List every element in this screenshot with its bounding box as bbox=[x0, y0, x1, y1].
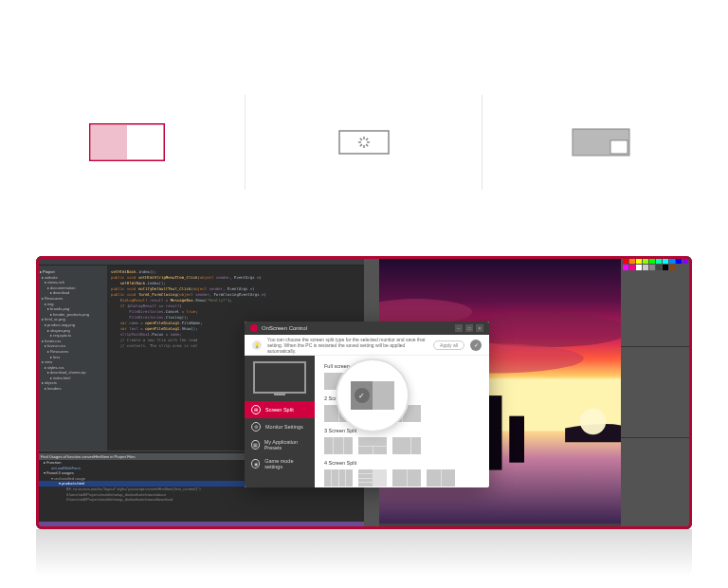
pip-icon bbox=[563, 123, 639, 161]
dialog-title: OnScreen Control bbox=[262, 325, 307, 331]
swatch[interactable] bbox=[649, 258, 655, 264]
svg-rect-12 bbox=[610, 140, 628, 154]
split-4d[interactable] bbox=[427, 469, 455, 487]
sidebar-icon: ⚙ bbox=[251, 422, 261, 432]
swatch[interactable] bbox=[656, 258, 662, 264]
sidebar-icon: ⊞ bbox=[251, 405, 261, 414]
swatch[interactable] bbox=[669, 258, 675, 264]
dialog-description: You can choose the screen split type for… bbox=[267, 337, 428, 354]
swatch[interactable] bbox=[676, 258, 682, 264]
section-3split: 3 Screen Split bbox=[324, 428, 480, 433]
panels[interactable] bbox=[621, 256, 692, 529]
sidebar-item-label: My Application Presets bbox=[264, 439, 308, 450]
split-3a[interactable] bbox=[324, 437, 353, 454]
feature-tabs bbox=[0, 90, 728, 194]
swatch[interactable] bbox=[643, 258, 648, 264]
sidebar-item-my-application-presets[interactable]: ▦My Application Presets bbox=[245, 435, 315, 454]
magnified-split: ✓ bbox=[351, 381, 394, 410]
sidebar-icon: ▦ bbox=[251, 440, 260, 450]
svg-line-8 bbox=[360, 144, 362, 146]
swatch[interactable] bbox=[636, 265, 642, 270]
svg-rect-2 bbox=[339, 131, 389, 154]
color-swatches[interactable] bbox=[623, 258, 690, 270]
project-tree[interactable]: ▸ Project▸ website▸ views-rich▸ document… bbox=[36, 266, 107, 450]
loading-icon bbox=[326, 123, 402, 161]
swatch[interactable] bbox=[649, 265, 655, 270]
swatch[interactable] bbox=[629, 258, 635, 264]
layers-panel[interactable] bbox=[621, 347, 692, 438]
split-3b[interactable] bbox=[358, 437, 387, 454]
svg-rect-1 bbox=[91, 125, 127, 159]
monitor-icon bbox=[253, 361, 306, 394]
swatch[interactable] bbox=[629, 265, 635, 270]
dialog-sidebar: ⊞Screen Split⚙Monitor Settings▦My Applic… bbox=[245, 356, 315, 487]
sidebar-item-label: Monitor Settings bbox=[265, 424, 303, 430]
sidebar-item-label: Screen Split bbox=[265, 407, 294, 413]
sidebar-item-label: Game mode settings bbox=[264, 458, 308, 469]
split-4b[interactable] bbox=[358, 469, 387, 487]
sidebar-item-monitor-settings[interactable]: ⚙Monitor Settings bbox=[245, 418, 315, 435]
tree-item[interactable]: ▸ headers bbox=[38, 386, 105, 392]
check-icon: ✓ bbox=[355, 388, 370, 403]
section-4split: 4 Screen Split bbox=[324, 460, 480, 466]
swatch[interactable] bbox=[669, 265, 675, 270]
magnifier: ✓ bbox=[336, 358, 410, 432]
swatch[interactable] bbox=[643, 265, 648, 270]
swatch[interactable] bbox=[682, 258, 688, 264]
screen-split-icon bbox=[89, 123, 165, 161]
tab-pip[interactable] bbox=[482, 90, 719, 194]
svg-line-10 bbox=[360, 138, 362, 140]
svg-line-6 bbox=[366, 144, 368, 146]
swatch[interactable] bbox=[636, 258, 642, 264]
app-icon bbox=[250, 324, 258, 332]
search-result[interactable]: /Users/staff/Projects/mobile/setup_dist/… bbox=[38, 497, 362, 503]
sidebar-item-game-mode-settings[interactable]: ◉Game mode settings bbox=[245, 454, 315, 473]
swatch[interactable] bbox=[656, 265, 662, 270]
ide-statusbar bbox=[36, 522, 364, 529]
swatch[interactable] bbox=[623, 258, 628, 264]
reflection bbox=[36, 529, 692, 577]
split-3c[interactable] bbox=[392, 437, 421, 454]
svg-line-4 bbox=[366, 138, 368, 140]
swatch[interactable] bbox=[663, 258, 668, 264]
history-panel[interactable] bbox=[621, 438, 692, 529]
dialog-titlebar[interactable]: OnScreen Control − □ × bbox=[245, 322, 489, 335]
apply-all-button[interactable]: Apply all bbox=[433, 340, 464, 350]
minimize-button[interactable]: − bbox=[455, 324, 463, 332]
ok-button[interactable]: ✓ bbox=[470, 340, 482, 351]
ide-menubar bbox=[36, 256, 364, 266]
swatch[interactable] bbox=[663, 265, 668, 270]
sidebar-item-screen-split[interactable]: ⊞Screen Split bbox=[245, 401, 315, 418]
close-button[interactable]: × bbox=[476, 324, 483, 332]
dialog-description-bar: 💡 You can choose the screen split type f… bbox=[245, 335, 489, 356]
svg-point-20 bbox=[580, 409, 606, 434]
sidebar-icon: ◉ bbox=[251, 459, 260, 469]
tip-icon: 💡 bbox=[252, 340, 262, 350]
split-4c[interactable] bbox=[392, 469, 421, 487]
maximize-button[interactable]: □ bbox=[465, 324, 473, 332]
tab-screen-split[interactable] bbox=[9, 90, 246, 194]
swatch[interactable] bbox=[623, 265, 628, 270]
split-4a[interactable] bbox=[324, 469, 353, 487]
tab-loading[interactable] bbox=[246, 90, 482, 194]
svg-rect-19 bbox=[509, 416, 524, 463]
